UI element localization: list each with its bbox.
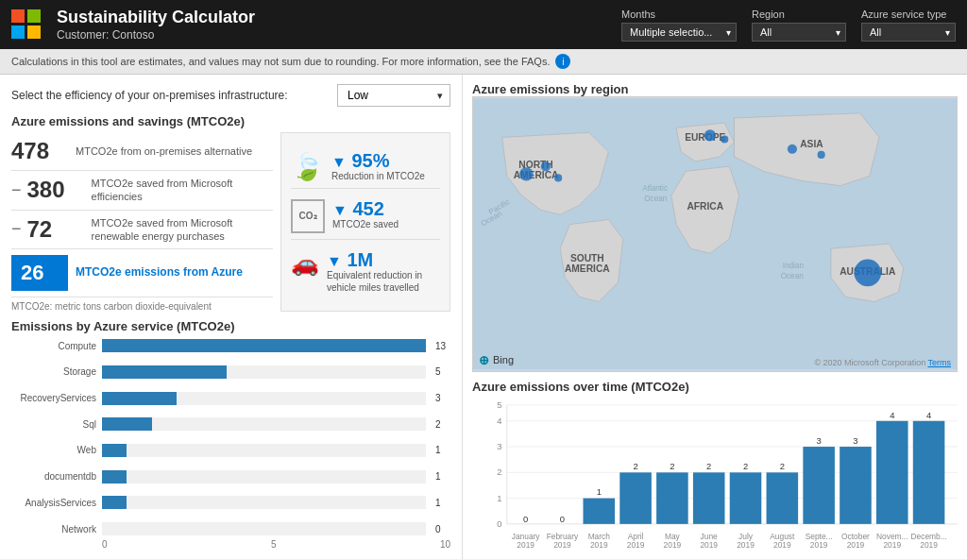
emissions-title: Azure emissions and savings (MTCO2e): [11, 114, 450, 128]
main-content: Select the efficiency of your on-premise…: [0, 75, 967, 559]
svg-text:4: 4: [890, 409, 894, 419]
bar-track: [102, 365, 426, 379]
bar-track: [102, 417, 426, 431]
efficiency-label: Select the efficiency of your on-premise…: [11, 89, 328, 102]
svg-rect-76: [876, 420, 908, 523]
terms-link[interactable]: Terms: [928, 358, 952, 367]
svg-text:2019: 2019: [627, 540, 645, 550]
svg-text:2019: 2019: [737, 540, 755, 550]
region-select-wrapper[interactable]: All: [752, 23, 846, 42]
stat-1m-label: Equivalent reduction in vehicle miles tr…: [327, 269, 440, 294]
svg-text:2: 2: [633, 461, 637, 471]
svg-rect-44: [583, 498, 615, 523]
bar-track: [102, 470, 426, 484]
map-section: Azure emissions by region: [472, 82, 958, 372]
metrics-right: 🍃 ▼ 95% Reduction in MTCO2e CO₂ ▼ 452 MT…: [280, 132, 450, 312]
svg-text:Ocean: Ocean: [781, 272, 805, 280]
leaf-icon: 🍃: [291, 151, 324, 182]
bar-row: Storage5: [11, 365, 450, 379]
svg-point-16: [854, 259, 881, 286]
service-select[interactable]: All: [861, 23, 956, 42]
bar-track: [102, 339, 426, 352]
info-bar: Calculations in this tool are estimates,…: [0, 49, 967, 75]
bar-track: [102, 444, 426, 457]
stat-1m-value: ▼ 1M: [327, 250, 440, 269]
months-select[interactable]: Multiple selectio...: [621, 23, 737, 42]
bar-row: RecoveryServices3: [11, 392, 450, 405]
metric-380-desc: MTCO2e saved from Microsoft efficiencies: [92, 177, 273, 204]
region-select[interactable]: All: [752, 23, 846, 42]
bar-track: [102, 496, 426, 509]
months-filter: Months Multiple selectio...: [621, 8, 737, 42]
svg-text:1: 1: [497, 492, 501, 502]
svg-text:3: 3: [853, 435, 857, 446]
mtco2-note: MTCO2e: metric tons carbon dioxide-equiv…: [11, 301, 273, 312]
bar-label: documentdb: [11, 471, 96, 482]
months-label: Months: [621, 8, 737, 20]
svg-text:4: 4: [926, 409, 931, 419]
svg-rect-48: [619, 472, 652, 524]
svg-text:Atlantic: Atlantic: [642, 184, 668, 193]
efficiency-select-wrapper[interactable]: Low Medium High: [337, 84, 450, 107]
stat-95: 🍃 ▼ 95% Reduction in MTCO2e: [291, 145, 440, 189]
svg-point-11: [554, 174, 562, 181]
bar-chart-x-axis: 0 5 10: [11, 539, 450, 550]
bar-label: AnalysisServices: [11, 498, 96, 508]
bing-branding: ⊕ Bing: [479, 353, 514, 367]
efficiency-select[interactable]: Low Medium High: [337, 84, 450, 107]
stat-95-content: ▼ 95% Reduction in MTCO2e: [331, 151, 425, 182]
metric-478-number: 478: [11, 138, 68, 164]
bar-value: 5: [435, 366, 450, 377]
svg-text:2: 2: [670, 461, 674, 471]
info-text: Calculations in this tool are estimates,…: [11, 56, 550, 67]
header-title: Sustainability Calculator Customer: Cont…: [57, 8, 606, 42]
stat-95-label: Reduction in MTCO2e: [331, 170, 425, 182]
metric-380-sign: −: [11, 180, 22, 200]
timeline-title: Azure emissions over time (MTCO2e): [472, 380, 958, 394]
svg-text:AMERICA: AMERICA: [565, 263, 610, 274]
svg-text:ASIA: ASIA: [800, 139, 823, 149]
svg-point-10: [541, 161, 551, 171]
map-container: NORTH AMERICA EUROPE ASIA AFRICA SOUTH A…: [472, 96, 958, 372]
service-label: Azure service type: [861, 8, 956, 20]
car-icon: 🚗: [291, 250, 319, 277]
metrics-left: 478 MTCO2e from on-premises alternative …: [11, 132, 273, 312]
bar-fill: [102, 470, 127, 484]
svg-point-14: [788, 144, 797, 154]
bar-chart: Compute13Storage5RecoveryServices3Sql2We…: [11, 339, 450, 535]
bar-row: documentdb1: [11, 470, 450, 484]
metric-row-26: 26 MTCO2e emissions from Azure: [11, 249, 273, 297]
svg-text:2019: 2019: [883, 540, 901, 550]
bing-label: Bing: [493, 354, 514, 365]
svg-text:2019: 2019: [920, 540, 938, 550]
svg-point-12: [704, 129, 716, 141]
stat-1m: 🚗 ▼ 1M Equivalent reduction in vehicle m…: [291, 245, 440, 299]
svg-text:2019: 2019: [517, 540, 534, 550]
svg-text:2019: 2019: [847, 540, 865, 550]
months-select-wrapper[interactable]: Multiple selectio...: [621, 23, 737, 42]
svg-text:2019: 2019: [590, 540, 608, 550]
bar-label: Sql: [11, 419, 96, 430]
service-select-wrapper[interactable]: All: [861, 23, 956, 42]
svg-rect-60: [730, 472, 762, 524]
emissions-section: Azure emissions and savings (MTCO2e) 478…: [11, 114, 450, 312]
bar-row: AnalysisServices1: [11, 496, 450, 509]
timeline-chart: 0 1 2 3 4 5 0 January 2019 0 February: [472, 394, 958, 555]
svg-text:0: 0: [523, 513, 528, 523]
svg-text:AFRICA: AFRICA: [687, 201, 723, 212]
svg-text:3: 3: [497, 441, 501, 451]
map-copyright: © 2020 Microsoft Corporation Terms: [814, 358, 951, 367]
svg-text:2019: 2019: [700, 540, 718, 550]
info-icon[interactable]: i: [555, 54, 570, 69]
bar-row: Web1: [11, 444, 450, 457]
metric-72-sign: −: [11, 219, 22, 239]
svg-point-15: [818, 151, 825, 159]
metrics-container: 478 MTCO2e from on-premises alternative …: [11, 132, 450, 312]
stat-1m-content: ▼ 1M Equivalent reduction in vehicle mil…: [327, 250, 440, 294]
svg-text:Indian: Indian: [783, 262, 805, 270]
svg-text:4: 4: [497, 416, 501, 426]
metric-row-478: 478 MTCO2e from on-premises alternative: [11, 132, 273, 171]
svg-text:2019: 2019: [810, 540, 828, 550]
bar-value: 0: [435, 524, 450, 535]
customer-name: Customer: Contoso: [57, 28, 606, 42]
